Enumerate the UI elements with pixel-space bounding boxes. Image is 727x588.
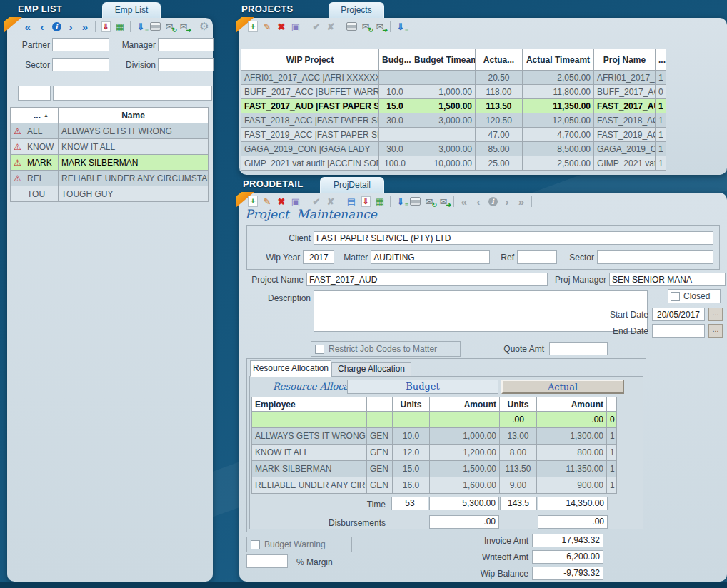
- accept-icon[interactable]: ✔: [310, 195, 323, 208]
- manager-input[interactable]: [158, 38, 214, 51]
- mail-refresh-icon[interactable]: ✉↻: [163, 20, 176, 33]
- projects-header-row[interactable]: WIP Project Budg... Budget Timeamt Actua…: [241, 49, 666, 71]
- writeoff-amt-value[interactable]: 6,200.00: [532, 550, 603, 564]
- quote-amt-input[interactable]: [549, 342, 608, 355]
- print-icon[interactable]: [408, 195, 421, 208]
- add-record-icon[interactable]: +: [246, 195, 259, 208]
- print-icon[interactable]: [149, 20, 161, 33]
- end-date-picker-button[interactable]: ...: [708, 324, 723, 338]
- wip-year-input[interactable]: [303, 250, 334, 264]
- proj-manager-input[interactable]: [609, 273, 726, 286]
- wip-balance-value[interactable]: -9,793.32: [532, 567, 603, 580]
- sort-icon[interactable]: ⇓≡: [394, 20, 407, 33]
- projects-tab[interactable]: Projects: [329, 2, 384, 18]
- delete-record-icon[interactable]: ✖: [275, 195, 288, 208]
- matter-input[interactable]: [371, 250, 490, 264]
- sort-icon[interactable]: ⇓≡: [134, 20, 147, 33]
- info-icon[interactable]: i: [50, 20, 63, 33]
- project-row[interactable]: GAGA_2019_CON |GAGA LADY30.03,000.0085.0…: [241, 142, 666, 156]
- resource-row[interactable]: RELIABLE UNDER ANY CIRCUIGEN16.01,600.00…: [252, 477, 617, 494]
- emp-row[interactable]: ⚠ KNOWKNOW IT ALL: [11, 139, 209, 155]
- time-budget-amount[interactable]: 5,300.00: [429, 497, 499, 510]
- resource-row[interactable]: ALLWAYS GETS IT WRONGGEN10.01,000.0013.0…: [252, 428, 617, 445]
- projdetail-tab[interactable]: ProjDetail: [320, 177, 384, 193]
- cancel-icon[interactable]: ✘: [324, 195, 337, 208]
- emp-name-search-input[interactable]: [53, 86, 212, 101]
- info-icon[interactable]: i: [486, 195, 499, 208]
- tab-resource-allocation[interactable]: Resource Allocation: [250, 360, 331, 377]
- last-record-icon[interactable]: »: [79, 20, 91, 33]
- previous-record-icon[interactable]: ‹: [472, 195, 485, 208]
- delete-record-icon[interactable]: ✖: [275, 20, 288, 33]
- budget-column-header[interactable]: Budget: [347, 380, 498, 394]
- resource-row-selected[interactable]: .00.000: [252, 412, 617, 428]
- add-record-icon[interactable]: +: [246, 20, 259, 33]
- margin-input[interactable]: [246, 554, 288, 568]
- first-record-icon[interactable]: «: [21, 20, 34, 33]
- import-document-icon[interactable]: ⇓: [99, 20, 112, 33]
- copy-record-icon[interactable]: ▣: [289, 20, 302, 33]
- partner-input[interactable]: [52, 38, 109, 51]
- screen-view-icon[interactable]: ▤: [345, 195, 358, 208]
- copy-record-icon[interactable]: ▣: [289, 195, 302, 208]
- mail-export-icon[interactable]: ✉➜: [373, 20, 386, 33]
- resource-row[interactable]: MARK SILBERMANGEN15.01,500.00113.5011,35…: [252, 461, 617, 477]
- project-row-selected[interactable]: FAST_2017_AUD |FAST PAPER SERV15.01,500.…: [241, 99, 666, 113]
- cancel-icon[interactable]: ✘: [324, 20, 337, 33]
- client-input[interactable]: [314, 231, 713, 245]
- project-row[interactable]: FAST_2019_ACC |FAST PAPER SERV47.004,700…: [241, 128, 666, 142]
- budget-warning-checkbox[interactable]: [251, 540, 260, 549]
- previous-record-icon[interactable]: ‹: [36, 20, 49, 33]
- mail-export-icon[interactable]: ✉➜: [437, 195, 450, 208]
- project-row[interactable]: AFRI01_2017_ACC |AFRI XXXXXX20.502,050.0…: [241, 71, 666, 85]
- accept-icon[interactable]: ✔: [310, 20, 323, 33]
- emp-row-selected[interactable]: ⚠ MARKMARK SILBERMAN: [11, 155, 209, 171]
- time-actual-amount[interactable]: 14,350.00: [538, 497, 608, 510]
- first-record-icon[interactable]: «: [458, 195, 471, 208]
- description-textarea[interactable]: [314, 290, 648, 332]
- division-input[interactable]: [158, 58, 214, 71]
- ref-input[interactable]: [517, 250, 557, 264]
- disb-actual-amount[interactable]: .00: [538, 515, 608, 529]
- mail-export-icon[interactable]: ✉➜: [177, 20, 190, 33]
- tab-charge-allocation[interactable]: Charge Allocation: [331, 362, 411, 377]
- project-row[interactable]: GIMP_2021 vat audit |ACCFIN SOFTV100.010…: [241, 156, 666, 171]
- end-date-input[interactable]: [652, 324, 705, 338]
- disb-budget-amount[interactable]: .00: [429, 515, 499, 529]
- settings-gear-icon[interactable]: ⚙: [198, 20, 211, 33]
- time-actual-units[interactable]: 143.5: [500, 497, 537, 510]
- project-row[interactable]: FAST_2018_ACC |FAST PAPER SERV30.03,000.…: [241, 113, 666, 128]
- resource-header-row[interactable]: Employee Units Amount Units Amount: [252, 397, 617, 412]
- import-document-icon[interactable]: ⇓: [359, 195, 372, 208]
- actual-column-header[interactable]: Actual: [501, 380, 624, 394]
- next-record-icon[interactable]: ›: [64, 20, 77, 33]
- last-record-icon[interactable]: »: [515, 195, 528, 208]
- start-date-picker-button[interactable]: ...: [708, 308, 723, 321]
- emp-row[interactable]: ⚠ ALLALLWAYS GETS IT WRONG: [11, 123, 209, 139]
- grid-edit-icon[interactable]: ▦: [114, 20, 126, 33]
- invoice-amt-value[interactable]: 17,943.32: [532, 534, 603, 547]
- mail-refresh-icon[interactable]: ✉↻: [359, 20, 372, 33]
- edit-record-icon[interactable]: ✎: [261, 195, 274, 208]
- closed-checkbox[interactable]: [671, 292, 680, 301]
- emp-col-code[interactable]: ...▲: [24, 108, 59, 123]
- emp-col-warning[interactable]: [11, 108, 24, 123]
- resource-row[interactable]: KNOW IT ALLGEN12.01,200.008.00800.001: [252, 445, 617, 461]
- mail-refresh-icon[interactable]: ✉↻: [423, 195, 436, 208]
- sector-input[interactable]: [597, 250, 713, 264]
- sort-icon[interactable]: ⇓≡: [394, 195, 407, 208]
- emp-code-search-input[interactable]: [18, 86, 51, 101]
- emp-row[interactable]: TOUTOUGH GUY: [11, 186, 209, 202]
- time-budget-units[interactable]: 53: [391, 497, 428, 510]
- restrict-checkbox[interactable]: [315, 345, 324, 354]
- project-name-input[interactable]: [306, 273, 548, 286]
- emp-row[interactable]: ⚠ RELRELIABLE UNDER ANY CIRCUMSTANCES: [11, 171, 209, 186]
- start-date-input[interactable]: [652, 308, 705, 321]
- next-record-icon[interactable]: ›: [501, 195, 513, 208]
- grid-edit-icon[interactable]: ▦: [373, 195, 386, 208]
- emp-tab[interactable]: Emp List: [102, 2, 161, 18]
- edit-record-icon[interactable]: ✎: [261, 20, 274, 33]
- project-row[interactable]: BUFF_2017_ACC |BUFFET WARREN E10.01,000.…: [241, 85, 666, 99]
- sector-input[interactable]: [52, 58, 109, 71]
- print-icon[interactable]: [345, 20, 358, 33]
